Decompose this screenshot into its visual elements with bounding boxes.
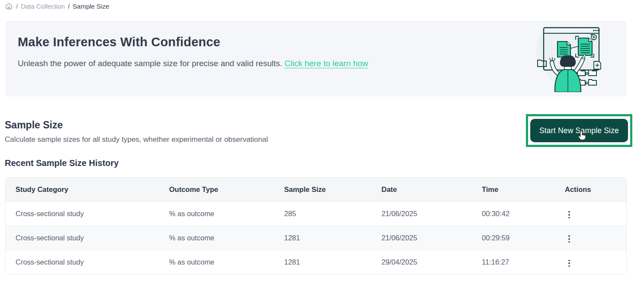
breadcrumb-separator: / <box>16 3 18 10</box>
cell-date: 21/06/2025 <box>372 201 472 226</box>
kebab-menu-icon[interactable] <box>565 257 574 270</box>
cell-sample-size: 1281 <box>274 250 372 274</box>
breadcrumb-item-data-collection[interactable]: Data Collection <box>21 3 65 10</box>
button-highlight-box: Start New Sample Size <box>526 114 632 147</box>
page-subtitle: Calculate sample sizes for all study typ… <box>5 135 268 144</box>
table-header-row: Study Category Outcome Type Sample Size … <box>6 178 626 201</box>
hero-banner: Make Inferences With Confidence Unleash … <box>5 21 627 96</box>
cell-time: 00:30:42 <box>472 201 555 226</box>
breadcrumb-item-sample-size: Sample Size <box>73 3 109 10</box>
column-header-date: Date <box>372 178 472 201</box>
column-header-study-category: Study Category <box>6 178 159 201</box>
breadcrumb: / Data Collection / Sample Size <box>5 2 109 10</box>
cell-sample-size: 285 <box>274 201 372 226</box>
column-header-time: Time <box>472 178 555 201</box>
history-title: Recent Sample Size History <box>5 158 119 168</box>
cell-date: 29/04/2025 <box>372 250 472 274</box>
table-row: Cross-sectional study % as outcome 1281 … <box>6 226 626 250</box>
cell-sample-size: 1281 <box>274 226 372 250</box>
table-row: Cross-sectional study % as outcome 1281 … <box>6 250 626 274</box>
table-row: Cross-sectional study % as outcome 285 2… <box>6 201 626 226</box>
cell-outcome-type: % as outcome <box>159 201 274 226</box>
cell-outcome-type: % as outcome <box>159 226 274 250</box>
hero-title: Make Inferences With Confidence <box>18 35 220 49</box>
learn-how-link[interactable]: Click here to learn how <box>285 59 368 68</box>
hero-subtitle: Unleash the power of adequate sample siz… <box>18 59 368 68</box>
start-new-sample-size-button[interactable]: Start New Sample Size <box>530 119 628 142</box>
column-header-sample-size: Sample Size <box>274 178 372 201</box>
hero-subtitle-text: Unleash the power of adequate sample siz… <box>18 59 282 68</box>
cell-time: 11:16:27 <box>472 250 555 274</box>
home-icon[interactable] <box>5 2 13 10</box>
cell-study-category: Cross-sectional study <box>6 250 159 274</box>
cell-time: 00:29:59 <box>472 226 555 250</box>
column-header-outcome-type: Outcome Type <box>159 178 274 201</box>
history-table: Study Category Outcome Type Sample Size … <box>5 177 627 274</box>
kebab-menu-icon[interactable] <box>565 233 574 245</box>
kebab-menu-icon[interactable] <box>565 208 574 221</box>
hero-illustration <box>531 25 604 92</box>
page-title: Sample Size <box>5 119 63 131</box>
column-header-actions: Actions <box>555 178 626 201</box>
sample-size-page: / Data Collection / Sample Size Make Inf… <box>0 0 644 300</box>
cell-study-category: Cross-sectional study <box>6 201 159 226</box>
breadcrumb-separator: / <box>68 3 70 10</box>
cell-outcome-type: % as outcome <box>159 250 274 274</box>
cell-study-category: Cross-sectional study <box>6 226 159 250</box>
cell-date: 21/06/2025 <box>372 226 472 250</box>
